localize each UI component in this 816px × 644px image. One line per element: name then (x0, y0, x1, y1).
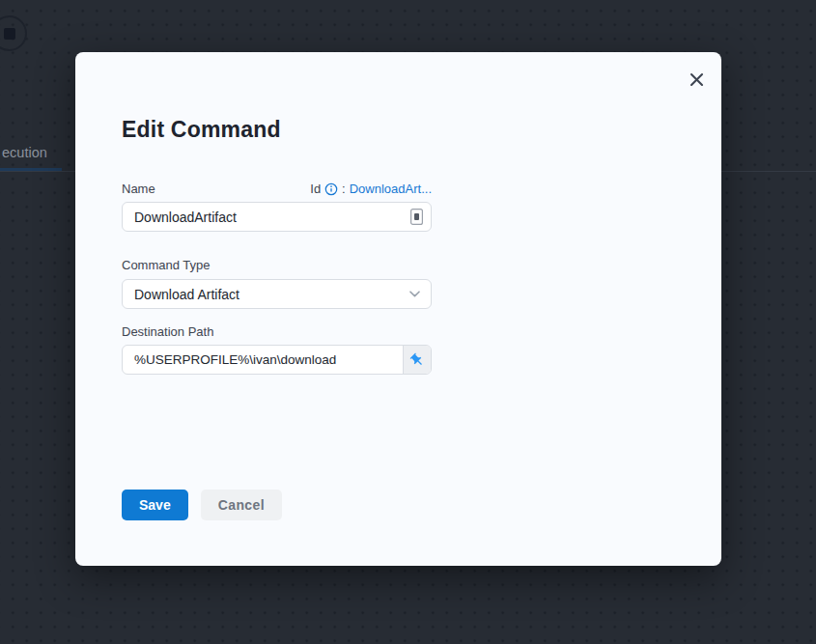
pin-button[interactable] (403, 346, 431, 374)
stop-icon (4, 28, 15, 40)
command-type-label: Command Type (122, 258, 211, 272)
id-prefix-label: Id (310, 182, 321, 196)
destination-path-label: Destination Path (122, 324, 213, 339)
command-type-select[interactable]: Download Artifact (122, 279, 432, 309)
modal-actions: Save Cancel (122, 490, 282, 520)
stop-button[interactable] (0, 15, 27, 51)
edit-command-modal: Edit Command Name Id : DownloadArt... (75, 52, 721, 566)
modal-title: Edit Command (122, 115, 281, 144)
info-icon (324, 182, 338, 196)
name-input[interactable] (122, 202, 432, 232)
destination-path-input[interactable] (123, 346, 403, 374)
command-id-line: Id : DownloadArt... (310, 182, 432, 196)
close-icon (689, 72, 704, 87)
destination-path-group (122, 345, 432, 375)
id-separator: : (342, 182, 346, 196)
name-label: Name (122, 182, 155, 196)
active-tab-indicator (0, 168, 62, 171)
chevron-down-icon (409, 291, 420, 297)
name-label-row: Name Id : DownloadArt... (122, 180, 432, 198)
tab-execution-label: ecution (2, 145, 47, 160)
close-button[interactable] (685, 68, 708, 91)
cancel-button[interactable]: Cancel (201, 490, 282, 520)
command-type-value: Download Artifact (134, 287, 239, 302)
command-id-link[interactable]: DownloadArt... (350, 182, 432, 196)
pin-icon (407, 349, 429, 371)
save-button[interactable]: Save (122, 490, 188, 520)
id-info-button[interactable] (324, 182, 338, 196)
name-input-wrap (122, 202, 432, 232)
